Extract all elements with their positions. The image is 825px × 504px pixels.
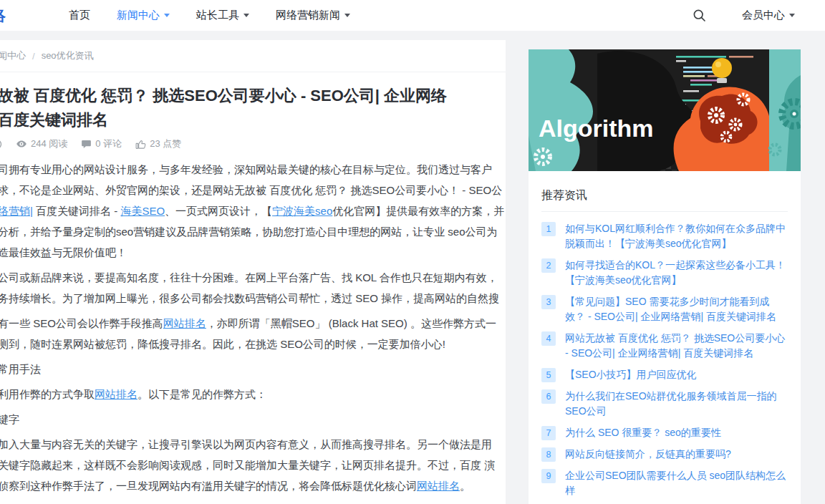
recommend-panel: 推荐资讯 1如何与KOL网红顺利合作？教你如何在众多品牌中脱颖而出！【宁波海美s…: [529, 171, 801, 504]
nav-right-group: 会员中心: [693, 9, 795, 22]
recommend-item-5[interactable]: 5【SEO小技巧】用户回应优化: [541, 367, 788, 382]
article-text-line: 络营销| 百度关键词排名 - 海美SEO、一页式网页设计，【宁波海美seo优化官…: [0, 200, 506, 221]
article-text-line: 侦察到这种作弊手法了，一旦发现网站内有滥用关键字的情况，将会降低标题优化核心词网…: [0, 475, 506, 496]
text-segment: 公司或新品牌来说，要提高知名度，往往十分困难。在网上平台落广告、找 KOL 合作…: [0, 271, 498, 284]
article-card: 闻中心/seo优化资讯 故被 百度优化 惩罚？ 挑选SEO公司要小心 - SEO…: [0, 40, 506, 504]
article-paragraph: 加入大量与内容无关的关键字，让搜寻引擎误以为网页内容有意义，从而推高搜寻排名。另…: [0, 434, 506, 496]
text-segment: 优化官网】提供最有效率的方案，并: [332, 205, 504, 217]
article-text-line: 务持续增长。为了增加网上曝光，很多公司都会找数码营销公司帮忙，透过 SEO 操作…: [0, 288, 506, 309]
rank-badge: 8: [541, 447, 556, 462]
recommend-item-title: 为什么我们在SEO站群优化服务领域首屈一指的SEO公司: [565, 389, 788, 419]
text-segment: 、一页式网页设计，【: [165, 205, 272, 217]
recommend-item-1[interactable]: 1如何与KOL网红顺利合作？教你如何在众多品牌中脱颖而出！【宁波海美seo优化官…: [541, 221, 788, 251]
inline-link[interactable]: 网站排名: [95, 388, 138, 400]
member-center-label: 会员中心: [742, 9, 785, 22]
article-text-line: 分析，并给予量身定制的seo营销建议及品牌营销策略，协助您打造心目中理想的网站，…: [0, 221, 506, 242]
site-logo[interactable]: 络: [0, 0, 6, 31]
recommend-item-title: 【常见问题】SEO 需要花多少时间才能看到成效？ - SEO公司| 企业网络营销…: [565, 294, 788, 324]
text-segment: 务持续增长。为了增加网上曝光，很多公司都会找数码营销公司帮忙，透过 SEO 操作…: [0, 292, 499, 304]
member-center-menu[interactable]: 会员中心: [742, 9, 795, 22]
article-meta: 244 阅读 0 评论 23 点赞: [0, 137, 506, 150]
article-paragraph: 常用手法: [0, 359, 506, 379]
breadcrumb-item-0[interactable]: 闻中心: [0, 49, 26, 62]
recommend-item-title: 为什么 SEO 很重要？ seo的重要性: [565, 425, 721, 440]
nav-item-1[interactable]: 新闻中心: [117, 9, 170, 22]
recommend-item-title: 网站反向链接简介，反链真的重要吗?: [565, 447, 731, 462]
rank-badge: 3: [541, 295, 556, 309]
nav-item-0[interactable]: 首页: [69, 9, 90, 22]
inline-link[interactable]: 网站排名: [163, 317, 206, 329]
article-text-line: 关键字隐藏起来，这样既不会影响阅读观感，同时又能增加大量关键字，让网页排名提升。…: [0, 455, 506, 475]
breadcrumb-item-1[interactable]: seo优化资讯: [42, 49, 94, 62]
text-segment: 测到，随时连累网站被惩罚，降低搜寻排名。因此，在挑选 SEO公司的时候，一定要加…: [0, 338, 445, 350]
recommend-item-8[interactable]: 8网站反向链接简介，反链真的重要吗?: [541, 447, 788, 462]
nav-item-2[interactable]: 站长工具: [196, 9, 249, 22]
rank-badge: 1: [541, 222, 556, 236]
recommend-item-9[interactable]: 9企业公司SEO团队需要什么人员 seo团队结构怎么样: [541, 468, 788, 498]
article-text-line: 利用作弊的方式争取网站排名。以下是常见的作弊方式：: [0, 384, 506, 404]
article-paragraph: 利用作弊的方式争取网站排名。以下是常见的作弊方式：: [0, 384, 506, 404]
nav-item-3[interactable]: 网络营销新闻: [276, 9, 350, 22]
text-segment: 利用作弊的方式争取: [0, 388, 95, 400]
page: { "colors":{"accent":"#2c7ef8","link":"#…: [0, 0, 825, 504]
article-text-line: 造最佳效益与无限价值吧！: [0, 242, 506, 263]
text-segment: 分析，并给予量身定制的seo营销建议及品牌营销策略，协助您打造心目中理想的网站，…: [0, 226, 498, 238]
article-text-line: 常用手法: [0, 359, 506, 379]
text-segment: ，亦即所谓「黑帽SEO」 (Black Hat SEO) 。这些作弊方式一: [206, 317, 496, 329]
recommend-list: 1如何与KOL网红顺利合作？教你如何在众多品牌中脱颖而出！【宁波海美seo优化官…: [541, 221, 788, 504]
rank-badge: 2: [541, 258, 556, 273]
recommend-item-3[interactable]: 3【常见问题】SEO 需要花多少时间才能看到成效？ - SEO公司| 企业网络营…: [541, 294, 788, 324]
rank-badge: 9: [541, 469, 556, 483]
comment-icon: [81, 139, 92, 150]
top-navbar: 络 首页新闻中心站长工具网络营销新闻 会员中心: [0, 0, 825, 31]
algorithm-banner-image[interactable]: Algorithm: [529, 49, 801, 171]
article-paragraph: 键字: [0, 409, 506, 430]
article-text-line: 有一些 SEO公司会以作弊手段推高网站排名，亦即所谓「黑帽SEO」 (Black…: [0, 313, 506, 334]
inline-link[interactable]: 海美SEO: [120, 205, 165, 217]
read-count: 244 阅读: [16, 137, 67, 150]
article-text-line: 购买市场营销策划公司排名的反向连结: [0, 500, 506, 504]
nav-item-label: 网络营销新闻: [276, 9, 340, 22]
eye-icon: [16, 138, 27, 150]
article-paragraph: 有一些 SEO公司会以作弊手段推高网站排名，亦即所谓「黑帽SEO」 (Black…: [0, 313, 506, 354]
rank-badge: 7: [541, 426, 556, 440]
text-segment: 加入大量与内容无关的关键字，让搜寻引擎误以为网页内容有意义，从而推高搜寻排名。另…: [0, 438, 492, 450]
text-segment: 百度关键词排名 -: [33, 205, 121, 217]
search-icon[interactable]: [693, 9, 706, 22]
text-segment: 侦察到这种作弊手法了，一旦发现网站内有滥用关键字的情况，将会降低标题优化核心词: [0, 480, 417, 492]
breadcrumb: 闻中心/seo优化资讯: [0, 40, 506, 72]
chevron-down-icon: [344, 14, 350, 20]
inline-link[interactable]: 宁波海美seo: [272, 205, 332, 217]
chevron-down-icon: [243, 14, 249, 20]
recommend-item-title: 【SEO小技巧】用户回应优化: [565, 367, 697, 382]
rank-badge: 4: [541, 331, 556, 346]
recommend-item-2[interactable]: 2如何寻找适合的KOL？一起探索这些必备小工具！【宁波海美seo优化官网】: [541, 258, 788, 288]
article-text-line: 公司或新品牌来说，要提高知名度，往往十分困难。在网上平台落广告、找 KOL 合作…: [0, 267, 506, 288]
comment-count: 0 评论: [81, 137, 122, 150]
recommend-item-title: 如何与KOL网红顺利合作？教你如何在众多品牌中脱颖而出！【宁波海美seo优化官网…: [565, 221, 788, 251]
recommend-item-7[interactable]: 7为什么 SEO 很重要？ seo的重要性: [541, 425, 788, 440]
clock-icon: [0, 139, 2, 150]
text-segment: 。以下是常见的作弊方式：: [138, 388, 266, 400]
inline-link[interactable]: 网站排名: [417, 480, 460, 492]
recommend-item-6[interactable]: 6为什么我们在SEO站群优化服务领域首屈一指的SEO公司: [541, 389, 788, 419]
nav-item-label: 新闻中心: [117, 9, 160, 22]
recommend-title: 推荐资讯: [541, 188, 788, 212]
chevron-down-icon: [164, 14, 170, 20]
rank-badge: 6: [541, 389, 556, 404]
article-paragraph: 公司或新品牌来说，要提高知名度，往往十分困难。在网上平台落广告、找 KOL 合作…: [0, 267, 506, 309]
recommend-item-4[interactable]: 4网站无故被 百度优化 惩罚？ 挑选SEO公司要小心 - SEO公司| 企业网络…: [541, 331, 788, 361]
text-segment: 有一些 SEO公司会以作弊手段推高: [0, 317, 163, 329]
like-count[interactable]: 23 点赞: [135, 137, 181, 150]
article-text-line: 测到，随时连累网站被惩罚，降低搜寻排名。因此，在挑选 SEO公司的时候，一定要加…: [0, 334, 506, 354]
text-segment: 求，不论是企业网站、外贸官网的架设，还是网站无故被 百度优化 惩罚？ 挑选SEO…: [0, 184, 502, 196]
article-title: 故被 百度优化 惩罚？ 挑选SEO公司要小心 - SEO公司| 企业网络 百度关…: [0, 84, 506, 132]
article-text-line: 求，不论是企业网站、外贸官网的架设，还是网站无故被 百度优化 惩罚？ 挑选SEO…: [0, 180, 506, 200]
article-paragraph: 购买市场营销策划公司排名的反向连结: [0, 500, 506, 504]
text-segment: 造最佳效益与无限价值吧！: [0, 246, 127, 258]
rank-badge: 5: [541, 368, 556, 382]
inline-link[interactable]: 络营销|: [0, 205, 33, 217]
breadcrumb-separator: /: [32, 51, 35, 62]
nav-item-label: 站长工具: [196, 9, 239, 22]
article-text-line: 司拥有专业用心的网站设计服务，与多年发经验，深知网站最关键的核心在目标与定位。我…: [0, 159, 506, 180]
